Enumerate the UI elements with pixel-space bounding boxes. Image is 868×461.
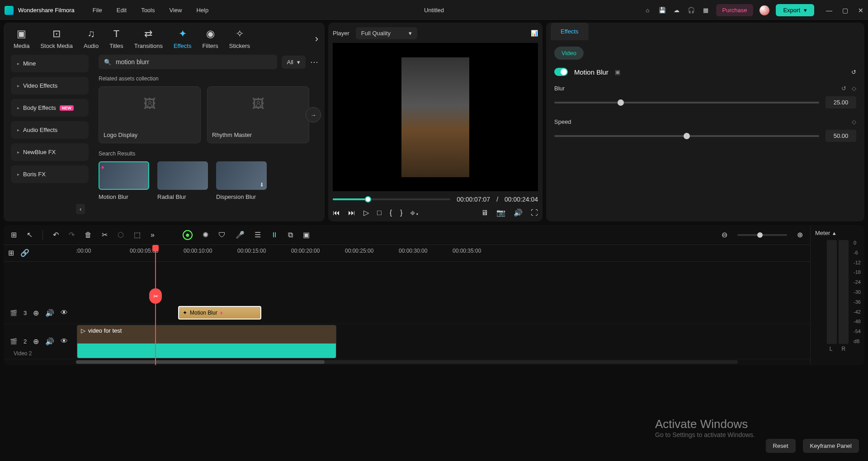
speed-value[interactable]: 50.00 [826,130,856,142]
purchase-button[interactable]: Purchase [716,4,754,16]
prop-reset-icon[interactable]: ↺ [841,85,846,92]
keyframe-diamond-icon[interactable]: ◇ [852,118,856,125]
timeline-scrollbar[interactable] [4,359,810,365]
tabs-scroll-right[interactable]: › [315,33,318,45]
ai-tool-icon[interactable]: ☻ [183,230,193,240]
cat-audio-effects[interactable]: Audio Effects [11,121,89,139]
keyframe-diamond-icon[interactable]: ◇ [852,85,856,92]
prev-frame-button[interactable]: ⏮ [333,209,340,217]
split-icon[interactable]: ✂ [102,230,108,239]
layout-icon[interactable]: ⊞ [11,230,17,239]
stop-button[interactable]: □ [377,209,382,217]
playhead-cut-icon[interactable]: ✂ [149,288,162,304]
menu-tools[interactable]: Tools [141,7,155,14]
scrub-handle[interactable] [365,196,371,202]
speed-slider-handle[interactable] [684,133,690,139]
zoom-out-icon[interactable]: ⊖ [722,230,727,239]
display-settings-icon[interactable]: 🖥 [481,209,488,217]
fit-icon[interactable]: ▣ [303,230,310,239]
mark-in-button[interactable]: { [390,209,392,217]
playhead[interactable]: ✂ [155,245,156,365]
zoom-in-icon[interactable]: ⊕ [797,230,803,239]
volume-icon[interactable]: 🔊 [514,208,523,217]
minimize-button[interactable]: — [826,7,832,14]
user-avatar[interactable] [760,5,769,15]
step-back-button[interactable]: ⏭ [348,209,355,217]
device-icon[interactable]: ⌂ [644,6,652,14]
tab-effects[interactable]: ✦Effects [170,26,195,51]
track-add-icon[interactable]: ⊕ [33,337,39,346]
cat-newblue-fx[interactable]: NewBlue FX [11,143,89,161]
tab-transitions[interactable]: ⇄Transitions [131,26,166,51]
magnet-snap-icon[interactable]: ⏸ [271,231,278,239]
search-input[interactable] [116,58,272,66]
export-button[interactable]: Export▾ [776,4,814,16]
delete-icon[interactable]: 🗑 [85,231,92,239]
asset-rhythm-master[interactable]: 🖼Rhythm Master [207,86,309,143]
menu-edit[interactable]: Edit [117,7,127,14]
menu-file[interactable]: File [93,7,102,14]
reset-button[interactable]: Reset [766,439,796,453]
mark-out-button[interactable]: } [400,209,402,217]
tab-filters[interactable]: ◉Filters [198,26,222,51]
keyframe-panel-button[interactable]: Keyframe Panel [803,439,859,453]
scrollbar-thumb[interactable] [76,360,325,364]
headphones-icon[interactable]: 🎧 [687,6,695,14]
menu-view[interactable]: View [169,7,182,14]
cat-body-effects[interactable]: Body EffectsNEW [11,99,89,117]
save-icon[interactable]: 💾 [658,6,666,14]
properties-subtab-video[interactable]: Video [554,47,584,60]
redo-icon[interactable]: ↷ [69,230,75,239]
cursor-tool-icon[interactable]: ↖ [27,230,33,239]
fullscreen-icon[interactable]: ⛶ [531,209,538,217]
effect-enable-toggle[interactable] [554,68,568,76]
result-radial-blur[interactable]: Radial Blur [157,161,208,200]
play-button[interactable]: ▷ [363,208,369,217]
timeline-ruler[interactable]: ⊞ 🔗 :00:00 00:00:05:00 00:00:10:00 00:00… [4,245,810,261]
preview-viewport[interactable] [333,43,538,191]
result-dispersion-blur[interactable]: ⬇ Dispersion Blur [216,161,267,200]
cat-mine[interactable]: Mine [11,55,89,72]
properties-tab-effects[interactable]: Effects [551,23,589,40]
blur-slider[interactable] [554,102,819,103]
apps-icon[interactable]: ▦ [702,6,710,14]
search-box[interactable]: 🔍 [99,55,277,69]
snapshot-icon[interactable]: 📷 [496,208,505,217]
cat-boris-fx[interactable]: Boris FX [11,165,89,183]
speed-slider[interactable] [554,135,819,137]
menu-help[interactable]: Help [196,7,208,14]
marker-menu[interactable]: ⎆▾ [410,209,420,217]
collapse-sidebar-button[interactable]: ‹ [76,204,85,214]
cat-video-effects[interactable]: Video Effects [11,77,89,94]
tab-stock-media[interactable]: ⊡Stock Media [37,26,76,51]
compare-icon[interactable]: ▣ [615,69,620,75]
link-icon[interactable]: 🔗 [20,249,29,257]
tab-media[interactable]: ▣Media [10,26,33,51]
filter-dropdown[interactable]: All▾ [282,56,306,69]
zoom-handle[interactable] [757,232,763,238]
close-button[interactable]: ✕ [858,7,863,14]
cloud-icon[interactable]: ☁ [673,6,681,14]
undo-icon[interactable]: ↶ [53,230,59,239]
track-mute-icon[interactable]: 🔊 [45,309,54,317]
performance-icon[interactable]: 📊 [531,30,538,37]
clip-video[interactable]: ▷ video for test [77,325,336,358]
group-icon[interactable]: ⬡ [118,230,124,239]
track-add-icon[interactable]: ⊕ [33,309,39,317]
download-icon[interactable]: ⬇ [259,182,264,188]
effect-reset-icon[interactable]: ↺ [851,69,856,75]
zoom-slider[interactable] [737,234,787,236]
scrub-bar[interactable] [333,198,450,200]
track-mute-icon[interactable]: 🔊 [45,337,54,346]
quality-dropdown[interactable]: Full Quality▾ [356,27,417,39]
mic-icon[interactable]: 🎤 [236,230,245,239]
tab-titles[interactable]: TTitles [106,26,127,51]
marker-icon[interactable]: 🛡 [218,231,226,239]
blur-value[interactable]: 25.00 [826,96,856,108]
track-visible-icon[interactable]: 👁 [61,337,68,345]
tab-audio[interactable]: ♫Audio [80,26,102,51]
more-tools-icon[interactable]: » [151,231,155,239]
color-tool-icon[interactable]: ✺ [203,230,208,239]
mixer-icon[interactable]: ☰ [255,230,261,239]
add-track-icon[interactable]: ⊞ [8,249,14,257]
